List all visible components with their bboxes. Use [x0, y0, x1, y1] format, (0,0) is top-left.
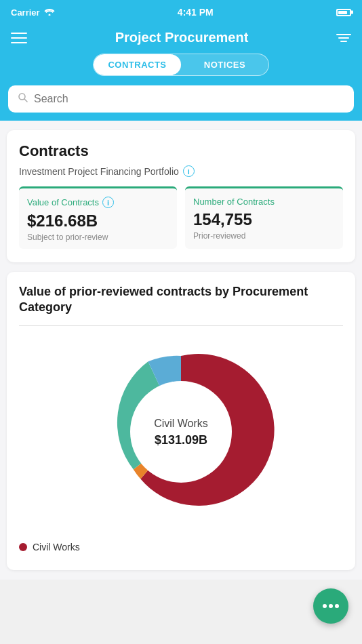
carrier-text: Carrier	[11, 7, 40, 18]
status-bar: Carrier 4:41 PM	[0, 0, 362, 24]
portfolio-info-icon[interactable]: i	[183, 165, 195, 177]
donut-hole	[130, 381, 232, 483]
fab-dot-1	[323, 604, 327, 608]
wifi-icon	[44, 7, 55, 18]
tabs-container: CONTRACTS NOTICES	[0, 54, 362, 85]
count-stat-sub: Prior-reviewed	[193, 231, 335, 241]
status-time: 4:41 PM	[178, 7, 214, 18]
filter-button[interactable]	[336, 34, 351, 42]
contracts-card-title: Contracts	[19, 142, 343, 160]
chart-title: Value of prior-reviewed contracts by Pro…	[19, 284, 343, 316]
tab-notices[interactable]: NOTICES	[181, 54, 268, 75]
legend-item-civil-works: Civil Works	[19, 538, 343, 557]
value-stat-label: Value of Contracts i	[27, 197, 169, 208]
donut-chart-container: Civil Works $131.09B	[19, 337, 343, 527]
legend-dot-civil-works	[19, 543, 27, 551]
portfolio-label: Investment Project Financing Portfolio	[19, 166, 179, 177]
status-right	[336, 9, 351, 16]
donut-center-value: $131.09B	[155, 433, 207, 447]
count-stat-box: Number of Contracts 154,755 Prior-review…	[185, 186, 343, 249]
stats-row: Value of Contracts i $216.68B Subject to…	[19, 186, 343, 249]
contracts-summary-card: Contracts Investment Project Financing P…	[7, 130, 355, 262]
hamburger-button[interactable]	[11, 33, 27, 43]
fab-dot-3	[335, 604, 339, 608]
donut-center-label: Civil Works	[154, 418, 208, 429]
battery-icon	[336, 9, 351, 16]
search-bar	[8, 85, 354, 113]
fab-dot-2	[329, 604, 333, 608]
value-info-icon[interactable]: i	[102, 197, 114, 208]
chart-divider	[19, 325, 343, 326]
value-stat-box: Value of Contracts i $216.68B Subject to…	[19, 186, 177, 249]
fab-button[interactable]	[313, 588, 348, 624]
main-content: Contracts Investment Project Financing P…	[0, 121, 362, 580]
header: Project Procurement	[0, 24, 362, 54]
legend-label-civil-works: Civil Works	[33, 542, 80, 552]
search-icon	[18, 92, 28, 106]
search-input[interactable]	[34, 93, 344, 105]
header-title: Project Procurement	[115, 30, 249, 45]
portfolio-row: Investment Project Financing Portfolio i	[19, 165, 343, 177]
value-stat-sub: Subject to prior-review	[27, 233, 169, 242]
tab-bar: CONTRACTS NOTICES	[93, 54, 269, 76]
value-stat-value: $216.68B	[27, 212, 169, 230]
donut-chart: Civil Works $131.09B	[86, 337, 276, 527]
status-left: Carrier	[11, 7, 55, 18]
count-stat-value: 154,755	[193, 210, 335, 229]
tab-contracts[interactable]: CONTRACTS	[94, 54, 181, 75]
search-container	[0, 85, 362, 121]
svg-line-1	[24, 99, 27, 102]
count-stat-label: Number of Contracts	[193, 197, 335, 207]
chart-card: Value of prior-reviewed contracts by Pro…	[7, 272, 355, 570]
